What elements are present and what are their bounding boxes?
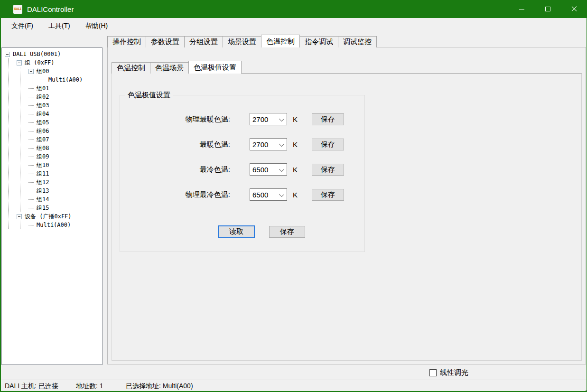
tree-item[interactable]: 组12: [2, 178, 102, 187]
linear-dimming-checkbox[interactable]: [429, 369, 437, 376]
tree-item[interactable]: 组01: [2, 84, 102, 93]
combobox-value: 6500: [250, 191, 277, 199]
form-row: 最冷色温:6500K保存: [120, 163, 344, 176]
collapse-icon[interactable]: [28, 69, 34, 74]
tree-item-label: 组14: [37, 196, 49, 204]
tree-guide: [5, 135, 17, 144]
tree-leaf-dash: [28, 84, 37, 93]
tree-item[interactable]: 设备 (广播0xFF): [2, 212, 102, 221]
tree-item[interactable]: 组00: [2, 67, 102, 75]
temperature-combobox[interactable]: 2700: [250, 113, 287, 125]
cct-extremes-groupbox: 色温极值设置 物理最暖色温:2700K保存最暖色温:2700K保存最冷色温:65…: [120, 95, 365, 252]
tree-item[interactable]: Multi(A00): [2, 75, 102, 84]
tab-色温控制[interactable]: 色温控制: [261, 35, 300, 47]
tree-item-label: 组01: [37, 84, 49, 93]
tree-leaf-dash: [28, 127, 37, 135]
tree-item[interactable]: 组13: [2, 187, 102, 195]
tree-item-label: 组03: [37, 102, 49, 110]
tree-item[interactable]: 组03: [2, 101, 102, 110]
tab-指令调试[interactable]: 指令调试: [299, 36, 338, 47]
tree-item[interactable]: 组11: [2, 169, 102, 178]
tree-guide: [5, 195, 17, 204]
menu-item-帮助(H)[interactable]: 帮助(H): [82, 20, 112, 32]
window-controls: [509, 0, 587, 18]
tree-item[interactable]: 组06: [2, 127, 102, 135]
save-button[interactable]: 保存: [312, 139, 344, 150]
field-label: 最暖色温:: [120, 140, 230, 149]
tree-item[interactable]: DALI USB(0001): [2, 50, 102, 58]
footer-strip: 线性调光: [1, 365, 587, 380]
combobox-value: 2700: [250, 115, 277, 123]
minimize-button[interactable]: [509, 0, 535, 18]
save-all-button[interactable]: 保存: [269, 226, 305, 238]
subtab-色温场景[interactable]: 色温场景: [150, 62, 189, 74]
tree-item[interactable]: 组09: [2, 152, 102, 161]
tree-item[interactable]: 组02: [2, 93, 102, 101]
tree-guide: [5, 152, 17, 161]
main-tab-pane: 色温控制色温场景色温极值设置 色温极值设置 物理最暖色温:2700K保存最暖色温…: [107, 47, 586, 364]
subtab-色温极值设置[interactable]: 色温极值设置: [188, 61, 242, 74]
tree-guide: [17, 67, 28, 75]
collapse-icon[interactable]: [17, 214, 22, 219]
tree-item-label: 组12: [37, 178, 49, 187]
tree-guide: [17, 93, 28, 101]
linear-dimming-option[interactable]: 线性调光: [429, 368, 468, 377]
tree-item-label: 组15: [37, 204, 49, 212]
tree-guide: [5, 58, 17, 67]
form-row: 物理最暖色温:2700K保存: [120, 113, 344, 125]
subtab-色温控制[interactable]: 色温控制: [112, 62, 150, 74]
tree-guide: [17, 204, 28, 212]
tree-item[interactable]: 组08: [2, 144, 102, 152]
close-button[interactable]: [561, 0, 587, 18]
tree-item[interactable]: 组05: [2, 118, 102, 127]
menubar: 文件(F)工具(T)帮助(H): [1, 18, 587, 34]
tree-guide: [17, 110, 28, 118]
tree-item[interactable]: 组10: [2, 161, 102, 169]
tab-操作控制[interactable]: 操作控制: [107, 36, 146, 47]
tree-guide: [17, 135, 28, 144]
save-button[interactable]: 保存: [312, 189, 344, 201]
menu-item-文件(F)[interactable]: 文件(F): [8, 20, 37, 32]
temperature-combobox[interactable]: 6500: [250, 163, 287, 176]
tree-leaf-dash: [28, 144, 37, 152]
save-button[interactable]: 保存: [312, 164, 344, 176]
tree-item[interactable]: 组15: [2, 204, 102, 212]
status-selected-address: 已选择地址: Multi(A00): [126, 382, 193, 391]
tree-guide: [5, 169, 17, 178]
resize-grip-icon[interactable]: [583, 388, 584, 389]
tree-guide: [5, 144, 17, 152]
unit-label: K: [293, 191, 301, 199]
read-button[interactable]: 读取: [218, 225, 255, 238]
tree-guide: [5, 212, 17, 221]
temperature-combobox[interactable]: 2700: [250, 138, 287, 150]
tree-guide: [5, 75, 17, 84]
tree-item-label: Multi(A00): [48, 76, 83, 83]
temperature-combobox[interactable]: 6500: [250, 188, 287, 201]
tree-item[interactable]: 组 (0xFF): [2, 58, 102, 67]
collapse-icon[interactable]: [17, 60, 22, 65]
collapse-icon[interactable]: [5, 52, 10, 57]
tree-item-label: 组 (0xFF): [25, 59, 55, 67]
tree-leaf-dash: [28, 118, 37, 127]
tree-item[interactable]: 组04: [2, 110, 102, 118]
groupbox-title: 色温极值设置: [125, 91, 173, 100]
tree-guide: [17, 152, 28, 161]
tab-参数设置[interactable]: 参数设置: [146, 36, 185, 47]
action-row: 读取 保存: [120, 225, 364, 238]
menu-item-工具(T)[interactable]: 工具(T): [45, 20, 74, 32]
tab-调试监控[interactable]: 调试监控: [338, 36, 377, 47]
tab-分组设置[interactable]: 分组设置: [184, 36, 223, 47]
sub-tab-strip: 色温控制色温场景色温极值设置: [112, 61, 241, 74]
sub-tab-pane: 色温极值设置 物理最暖色温:2700K保存最暖色温:2700K保存最冷色温:65…: [112, 73, 582, 361]
checkbox-label: 线性调光: [440, 368, 468, 377]
tree-item-label: 组02: [37, 93, 49, 101]
tree-guide: [17, 144, 28, 152]
tree-item[interactable]: 组07: [2, 135, 102, 144]
tree-guide: [17, 178, 28, 187]
tree-item[interactable]: Multi(A00): [2, 221, 102, 229]
maximize-button[interactable]: [535, 0, 561, 18]
tree-item[interactable]: 组14: [2, 195, 102, 204]
tree-guide: [28, 75, 40, 84]
save-button[interactable]: 保存: [312, 113, 344, 125]
tab-场景设置[interactable]: 场景设置: [223, 36, 261, 47]
